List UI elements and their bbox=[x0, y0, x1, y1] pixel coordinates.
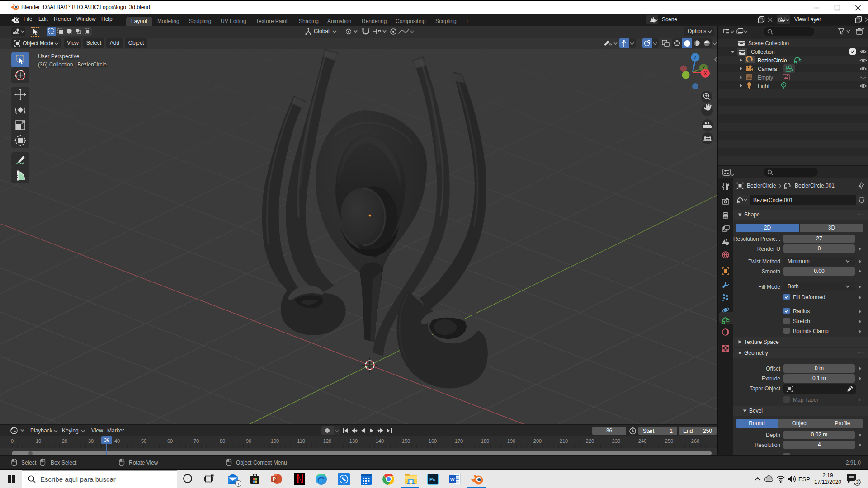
svg-text:X: X bbox=[704, 71, 707, 76]
svg-text:P: P bbox=[273, 476, 276, 482]
svg-text:3: 3 bbox=[856, 480, 859, 485]
svg-text:Ps: Ps bbox=[429, 477, 435, 482]
svg-text:Z: Z bbox=[694, 55, 697, 60]
svg-text:1: 1 bbox=[237, 482, 239, 486]
svg-text:W: W bbox=[450, 477, 455, 482]
